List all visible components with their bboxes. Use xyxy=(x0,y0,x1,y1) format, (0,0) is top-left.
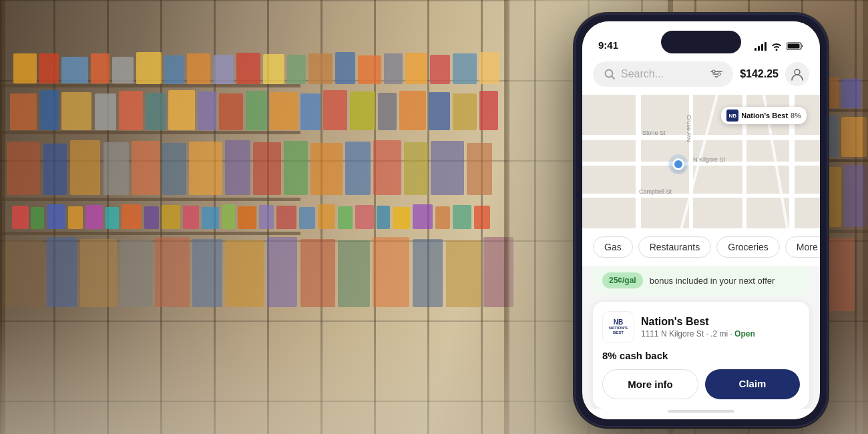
search-icon xyxy=(604,68,616,80)
phone-frame: 9:41 xyxy=(574,13,828,427)
store-street: 1111 N Kilgore St xyxy=(641,329,704,339)
status-icons xyxy=(754,41,804,51)
dynamic-island xyxy=(661,31,741,53)
map-view[interactable]: Stone St N Kilgore St Campbell St Cruse … xyxy=(582,95,820,228)
categories-section: Gas Restaurants Groceries More xyxy=(582,228,820,266)
svg-point-7 xyxy=(712,70,715,73)
category-groceries-label: Groceries xyxy=(728,242,769,252)
signal-icon xyxy=(754,41,767,51)
battery-icon xyxy=(787,41,804,51)
svg-point-9 xyxy=(795,69,800,75)
user-location-dot xyxy=(672,158,684,170)
map-label-campbell: Campbell St xyxy=(639,188,672,195)
map-label-kilgore: N Kilgore St xyxy=(693,156,725,163)
bonus-badge: 25¢/gal xyxy=(602,272,643,288)
category-groceries[interactable]: Groceries xyxy=(716,236,780,258)
store-address: 1111 N Kilgore St · .2 mi · Open xyxy=(641,329,800,339)
store-logo-text: NB NATION'S BEST xyxy=(609,319,628,335)
account-button[interactable] xyxy=(785,62,809,86)
store-logo: NB NATION'S BEST xyxy=(602,311,634,343)
cashback-label: 8% cash back xyxy=(602,350,800,361)
svg-rect-1 xyxy=(788,44,800,49)
store-name: Nation's Best xyxy=(641,316,800,328)
filter-icon[interactable] xyxy=(710,69,722,79)
svg-point-8 xyxy=(718,73,720,75)
map-pin-percent: 8% xyxy=(791,112,801,120)
map-label-cruse: Cruse Ave xyxy=(686,115,692,142)
claim-button[interactable]: Claim xyxy=(705,369,800,399)
category-more[interactable]: More xyxy=(785,236,820,258)
store-info: Nation's Best 1111 N Kilgore St · .2 mi … xyxy=(641,316,800,339)
offer-buttons: More info Claim xyxy=(602,369,800,399)
status-time: 9:41 xyxy=(598,39,618,51)
offer-store-row: NB NATION'S BEST Nation's Best 1111 N Ki… xyxy=(602,311,800,343)
bonus-text: bonus included in your next offer xyxy=(650,276,775,286)
bonus-banner: 25¢/gal bonus included in your next offe… xyxy=(593,266,809,295)
category-more-label: More xyxy=(797,242,818,252)
account-balance: $142.25 xyxy=(740,68,779,80)
offer-card: NB NATION'S BEST Nation's Best 1111 N Ki… xyxy=(593,302,809,409)
svg-point-2 xyxy=(606,70,613,77)
category-restaurants[interactable]: Restaurants xyxy=(638,236,711,258)
search-placeholder: Search... xyxy=(621,68,705,80)
wifi-icon xyxy=(771,41,783,51)
map-pin-logo: NB xyxy=(726,110,738,122)
map-pin-store-name: Nation's Best xyxy=(741,112,788,120)
map-label-stone: Stone St xyxy=(642,130,666,136)
svg-line-3 xyxy=(612,77,615,79)
phone-screen: 9:41 xyxy=(582,21,820,419)
store-distance: · .2 mi xyxy=(706,329,728,339)
bottom-safe-area xyxy=(582,409,820,419)
more-info-button[interactable]: More info xyxy=(602,369,698,399)
category-gas[interactable]: Gas xyxy=(593,236,633,258)
category-restaurants-label: Restaurants xyxy=(650,242,700,252)
store-status: Open xyxy=(734,329,755,339)
map-store-pin[interactable]: NB Nation's Best 8% xyxy=(721,107,807,124)
home-indicator xyxy=(668,410,734,413)
category-gas-label: Gas xyxy=(604,242,622,252)
search-bar[interactable]: Search... xyxy=(593,61,733,87)
search-section: Search... $142.25 xyxy=(582,56,820,95)
